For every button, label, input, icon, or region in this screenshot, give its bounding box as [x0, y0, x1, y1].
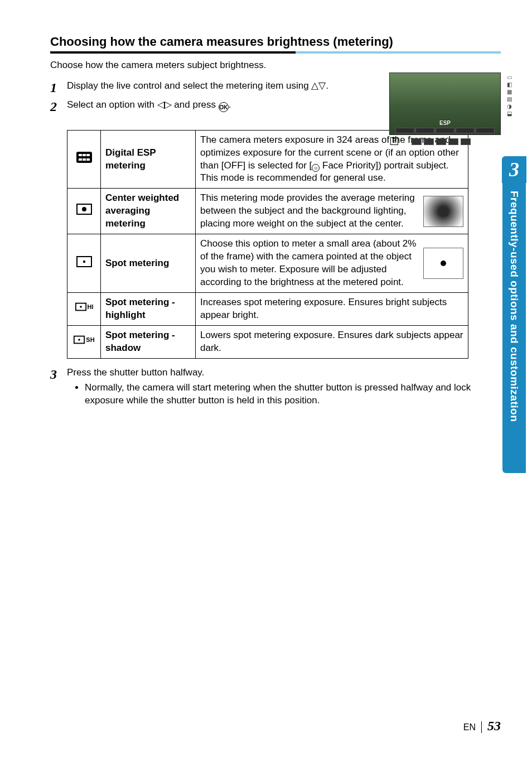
svg-rect-4 [79, 158, 82, 161]
chapter-tab: 3 Frequently-used options and customizat… [502, 156, 526, 473]
step-2-text-b: and press [174, 99, 216, 110]
face-priority-icon: ☺ [312, 164, 320, 172]
mode-desc: Choose this option to meter a small area… [196, 234, 468, 293]
title-rule [50, 51, 501, 54]
left-right-arrows-icon: ◁▷ [157, 99, 172, 110]
mode-desc: Lowers spot metering exposure. Ensures d… [196, 325, 468, 358]
lcd-mode-label: ESP [390, 119, 500, 127]
svg-point-10 [83, 260, 85, 262]
svg-rect-0 [76, 152, 92, 163]
page-footer: EN 53 [463, 717, 501, 735]
intro-text: Choose how the camera meters subject bri… [50, 59, 501, 72]
mode-name: Spot metering - shadow [101, 325, 196, 358]
step-1-suffix: . [326, 80, 328, 91]
lcd-icon: ▤ [507, 97, 512, 102]
mode-icon-spot-hi: HI [67, 292, 101, 325]
desc-text: Choose this option to meter a small area… [200, 238, 419, 289]
spot-swatch-icon [423, 248, 463, 279]
svg-point-12 [80, 306, 82, 308]
spot-sh-icon: SH [73, 334, 94, 346]
table-row: Center weighted averaging metering This … [67, 189, 468, 234]
table-row: SH Spot metering - shadow Lowers spot me… [67, 325, 468, 358]
step-2-text-c: . [229, 99, 231, 110]
center-weighted-icon [76, 207, 93, 218]
svg-rect-6 [86, 158, 90, 161]
svg-rect-3 [86, 154, 90, 156]
spot-hi-icon: HI [75, 301, 94, 313]
mode-icon-esp [67, 130, 101, 189]
mode-name: Spot metering - highlight [101, 292, 196, 325]
chapter-label: Frequently-used options and customizatio… [502, 183, 526, 473]
center-weighted-swatch-icon [423, 196, 463, 227]
icon-suffix: SH [86, 336, 94, 344]
footer-page-number: 53 [487, 717, 501, 735]
step-number-1: 1 [50, 81, 67, 94]
page-title: Choosing how the camera measures brightn… [50, 33, 501, 50]
lcd-side-icons: ▭ ◧ ▦ ▤ ◑ ⬓ [503, 75, 515, 117]
footer-lang: EN [463, 721, 482, 734]
svg-point-14 [79, 339, 81, 341]
step-number-2: 2 [50, 100, 67, 113]
esp-metering-icon [76, 155, 93, 166]
mode-icon-spot-sh: SH [67, 325, 101, 358]
step-3-bullet: Normally, the camera will start metering… [85, 382, 501, 407]
step-1-text: Display the live control and select the … [67, 80, 309, 91]
spot-metering-icon [76, 259, 93, 270]
step-3-text: Press the shutter button halfway. [67, 367, 501, 379]
lcd-bottom-icons [412, 138, 471, 145]
lcd-P-badge: P [390, 137, 398, 145]
svg-rect-5 [83, 158, 86, 161]
up-down-arrows-icon: △▽ [311, 80, 326, 91]
mode-desc: Increases spot metering exposure. Ensure… [196, 292, 468, 325]
mode-icon-spot [67, 234, 101, 293]
lcd-icon: ▭ [507, 75, 512, 80]
mode-name: Digital ESP metering [101, 130, 196, 189]
chapter-number: 3 [502, 156, 526, 183]
table-row: Digital ESP metering The camera meters e… [67, 130, 468, 189]
desc-text: Face Priority]) [320, 160, 381, 171]
mode-icon-center [67, 189, 101, 234]
icon-suffix: HI [88, 303, 94, 311]
step-number-3: 3 [50, 368, 67, 381]
lcd-icon: ◧ [507, 82, 512, 88]
table-row: HI Spot metering - highlight Increases s… [67, 292, 468, 325]
desc-text: This metering mode provides the average … [200, 192, 419, 230]
mode-name: Spot metering [101, 234, 196, 293]
lcd-icon: ⬓ [507, 111, 512, 117]
lcd-icon: ▦ [507, 89, 512, 95]
lcd-preview: ESP ▭ ◧ ▦ ▤ ◑ ⬓ P [389, 73, 501, 135]
step-2-text-a: Select an option with [67, 99, 154, 110]
lcd-icon: ◑ [507, 104, 512, 109]
svg-point-8 [82, 207, 86, 211]
metering-table: Digital ESP metering The camera meters e… [67, 130, 468, 359]
mode-desc: This metering mode provides the average … [196, 189, 468, 234]
svg-rect-1 [79, 154, 82, 156]
svg-rect-2 [83, 154, 86, 156]
mode-name: Center weighted averaging metering [101, 189, 196, 234]
ok-button-icon: OK [219, 102, 229, 112]
table-row: Spot metering Choose this option to mete… [67, 234, 468, 293]
